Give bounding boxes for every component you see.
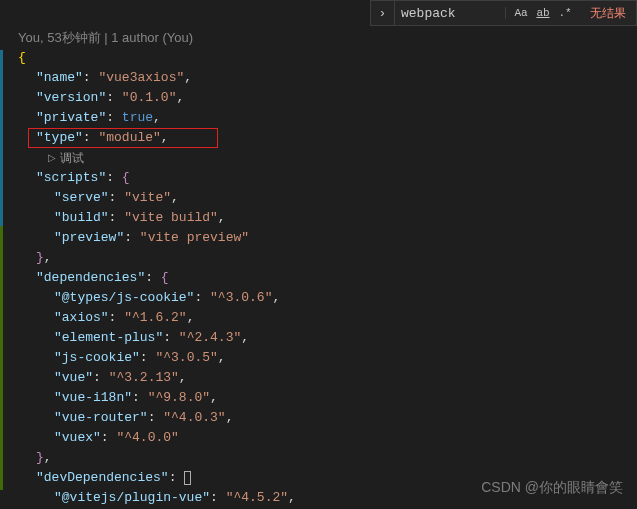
json-value: "^3.0.6": [210, 290, 272, 305]
json-value: "vue3axios": [98, 70, 184, 85]
json-value: "^1.6.2": [124, 310, 186, 325]
json-key: "axios": [54, 310, 109, 325]
match-word-icon[interactable]: ab: [534, 7, 552, 19]
json-key: "type": [36, 130, 83, 145]
json-value: "vite preview": [140, 230, 249, 245]
json-value: "^4.0.3": [163, 410, 225, 425]
json-value: "^9.8.0": [148, 390, 210, 405]
find-widget: › webpack Aa ab .* 无结果: [370, 0, 637, 26]
json-key: "scripts": [36, 170, 106, 185]
json-value: "0.1.0": [122, 90, 177, 105]
json-value: "module": [98, 130, 160, 145]
git-blame-annotation: You, 53秒钟前 | 1 author (You): [18, 28, 637, 48]
json-value: "vite": [124, 190, 171, 205]
watermark: CSDN @你的眼睛會笑: [481, 479, 623, 497]
json-key: "js-cookie": [54, 350, 140, 365]
json-value: "^4.5.2": [226, 490, 288, 505]
json-key: "element-plus": [54, 330, 163, 345]
regex-icon[interactable]: .*: [556, 7, 574, 19]
json-key: "preview": [54, 230, 124, 245]
match-case-icon[interactable]: Aa: [512, 7, 530, 19]
json-key: "@types/js-cookie": [54, 290, 194, 305]
json-key: "vuex": [54, 430, 101, 445]
json-value: "^2.4.3": [179, 330, 241, 345]
toggle-replace-icon[interactable]: ›: [371, 1, 395, 25]
play-icon: ▷: [48, 148, 56, 168]
json-key: "@vitejs/plugin-vue": [54, 490, 210, 505]
json-value: "^4.0.0": [116, 430, 178, 445]
json-key: "name": [36, 70, 83, 85]
json-value: "^3.2.13": [109, 370, 179, 385]
code-editor[interactable]: You, 53秒钟前 | 1 author (You) { "name": "v…: [0, 0, 637, 508]
search-input[interactable]: webpack: [395, 6, 505, 21]
json-key: "vue-i18n": [54, 390, 132, 405]
codelens-debug[interactable]: ▷调试: [18, 148, 637, 168]
json-value: true: [122, 110, 153, 125]
codelens-label: 调试: [60, 148, 84, 168]
json-key: "dependencies": [36, 270, 145, 285]
json-key: "build": [54, 210, 109, 225]
gutter-change-indicator: [0, 50, 3, 490]
search-result-count: 无结果: [580, 5, 636, 22]
json-open-brace: {: [18, 50, 26, 65]
json-key: "vue-router": [54, 410, 148, 425]
json-key: "vue": [54, 370, 93, 385]
json-value: "^3.0.5": [155, 350, 217, 365]
json-key: "private": [36, 110, 106, 125]
cursor: [184, 471, 191, 485]
json-key: "version": [36, 90, 106, 105]
json-key: "devDependencies": [36, 470, 169, 485]
json-key: "serve": [54, 190, 109, 205]
json-value: "vite build": [124, 210, 218, 225]
